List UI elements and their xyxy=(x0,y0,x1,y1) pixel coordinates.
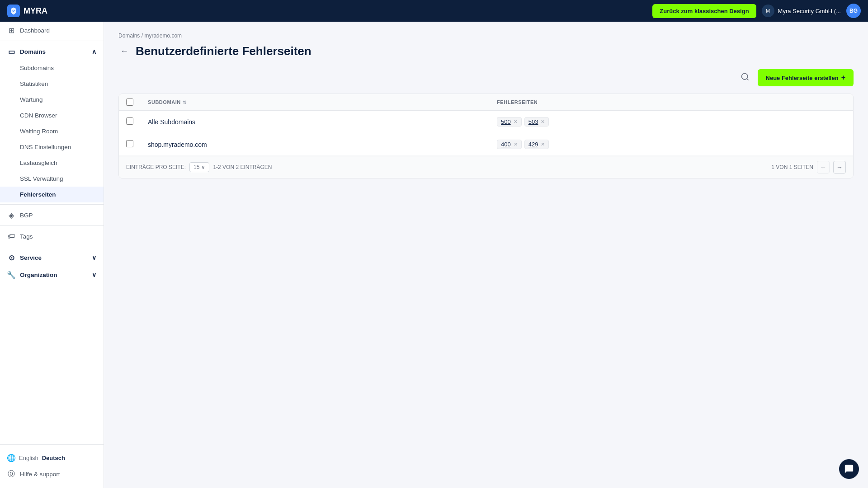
ssl-label: SSL Verwaltung xyxy=(20,175,63,182)
lang-de[interactable]: Deutsch xyxy=(42,455,65,461)
table-fehlerseiten-header: FEHLERSEITEN xyxy=(497,99,846,106)
tag-value[interactable]: 429 xyxy=(528,141,538,148)
table-subdomain-header: SUBDOMAIN ⇅ xyxy=(148,99,497,106)
page-header: ← Benutzerdefinierte Fehlerseiten xyxy=(118,44,854,58)
help-icon: ⓪ xyxy=(7,470,15,478)
sidebar-item-label: Dashboard xyxy=(20,27,50,34)
sidebar-item-subdomains[interactable]: Subdomains xyxy=(0,60,104,76)
sidebar-service-section[interactable]: ⊙ Service ∨ xyxy=(0,249,104,266)
page-size-chevron: ∨ xyxy=(201,164,205,170)
sidebar-item-tags[interactable]: 🏷 Tags xyxy=(0,228,104,245)
tag-close-icon[interactable]: ✕ xyxy=(541,119,545,125)
cdn-browser-label: CDN Browser xyxy=(20,112,57,119)
page-info: 1 VON 1 SEITEN xyxy=(771,164,813,170)
select-all-checkbox[interactable] xyxy=(126,99,133,106)
row2-subdomain-value: shop.myrademo.com xyxy=(148,141,207,148)
sidebar-item-dashboard[interactable]: ⊞ Dashboard xyxy=(0,22,104,39)
layout: ⊞ Dashboard ▭ Domains ∧ Subdomains Stati… xyxy=(0,22,868,488)
pagination: EINTRÄGE PRO SEITE: 15 ∨ 1-2 VON 2 EINTR… xyxy=(119,156,853,178)
row1-tags: 500 ✕ 503 ✕ xyxy=(497,117,846,127)
error-pages-table: SUBDOMAIN ⇅ FEHLERSEITEN Alle Subdomains… xyxy=(118,94,854,178)
sidebar-item-help[interactable]: ⓪ Hilfe & support xyxy=(0,465,104,483)
toolbar: Neue Fehlerseite erstellen + xyxy=(118,69,854,86)
breadcrumb-separator: / xyxy=(142,33,143,39)
domains-left: ▭ Domains xyxy=(7,47,46,56)
chevron-down-icon: ∨ xyxy=(92,254,96,261)
row1-checkbox-cell xyxy=(126,117,148,126)
row2-checkbox[interactable] xyxy=(126,140,133,147)
sidebar-item-wartung[interactable]: Wartung xyxy=(0,92,104,108)
sidebar-item-lastausgleich[interactable]: Lastausgleich xyxy=(0,155,104,171)
tag-close-icon[interactable]: ✕ xyxy=(541,141,545,147)
language-row: 🌐 English Deutsch xyxy=(0,450,104,465)
wartung-label: Wartung xyxy=(20,96,43,103)
user-icon: M xyxy=(762,5,774,17)
breadcrumb-current: myrademo.com xyxy=(144,33,182,39)
page-title: Benutzerdefinierte Fehlerseiten xyxy=(136,44,311,58)
globe-icon: 🌐 xyxy=(7,454,15,462)
organization-label: Organization xyxy=(20,272,57,278)
sidebar-item-cdn-browser[interactable]: CDN Browser xyxy=(0,108,104,123)
sidebar-item-statistiken[interactable]: Statistiken xyxy=(0,76,104,92)
sidebar: ⊞ Dashboard ▭ Domains ∧ Subdomains Stati… xyxy=(0,22,104,488)
sidebar-item-waiting-room[interactable]: Waiting Room xyxy=(0,123,104,139)
tags-icon: 🏷 xyxy=(7,232,15,240)
classic-design-button[interactable]: Zurück zum klassischen Design xyxy=(652,4,756,18)
chevron-up-icon: ∧ xyxy=(92,48,96,55)
lang-en[interactable]: English xyxy=(19,455,38,461)
topbar-right: Zurück zum klassischen Design M Myra Sec… xyxy=(652,4,861,18)
next-page-button[interactable]: → xyxy=(833,161,846,174)
sidebar-divider xyxy=(0,41,104,41)
sidebar-divider-3 xyxy=(0,225,104,226)
logo-icon xyxy=(7,5,20,17)
tag-close-icon[interactable]: ✕ xyxy=(514,119,518,125)
tag-close-icon[interactable]: ✕ xyxy=(514,141,518,147)
service-icon: ⊙ xyxy=(7,253,15,262)
page-size-value: 15 xyxy=(193,164,199,170)
sidebar-domains-section[interactable]: ▭ Domains ∧ xyxy=(0,43,104,60)
tag-value[interactable]: 503 xyxy=(528,118,538,125)
new-btn-label: Neue Fehlerseite erstellen xyxy=(766,75,839,81)
dns-label: DNS Einstellungen xyxy=(20,144,71,150)
user-info: M Myra Security GmbH (... xyxy=(762,5,841,17)
bgp-label: BGP xyxy=(20,212,33,219)
service-label: Service xyxy=(20,254,42,261)
search-button[interactable] xyxy=(738,70,752,86)
back-button[interactable]: ← xyxy=(118,45,130,58)
sidebar-item-bgp[interactable]: ◈ BGP xyxy=(0,206,104,224)
chat-widget[interactable] xyxy=(839,459,859,479)
avatar[interactable]: BG xyxy=(846,4,861,18)
sidebar-item-fehlerseiten[interactable]: Fehlerseiten xyxy=(0,187,104,202)
service-left: ⊙ Service xyxy=(7,253,42,262)
breadcrumb-domains[interactable]: Domains xyxy=(118,33,140,39)
entries-label: EINTRÄGE PRO SEITE: xyxy=(126,164,186,170)
prev-page-button[interactable]: ← xyxy=(817,161,830,174)
sort-icon[interactable]: ⇅ xyxy=(183,100,187,105)
row1-subdomain-value: Alle Subdomains xyxy=(148,118,195,126)
dashboard-icon: ⊞ xyxy=(7,26,15,34)
breadcrumb: Domains / myrademo.com xyxy=(118,33,854,39)
sidebar-item-ssl-verwaltung[interactable]: SSL Verwaltung xyxy=(0,171,104,187)
row1-subdomain: Alle Subdomains xyxy=(148,118,497,126)
tag-value[interactable]: 400 xyxy=(501,141,511,148)
pagination-left: EINTRÄGE PRO SEITE: 15 ∨ 1-2 VON 2 EINTR… xyxy=(126,162,272,172)
chevron-down-icon-2: ∨ xyxy=(92,271,96,278)
fehlerseiten-label: Fehlerseiten xyxy=(20,191,56,198)
table-header: SUBDOMAIN ⇅ FEHLERSEITEN xyxy=(119,94,853,111)
tag-value[interactable]: 500 xyxy=(501,118,511,125)
row1-checkbox[interactable] xyxy=(126,117,133,125)
sidebar-divider-4 xyxy=(0,247,104,247)
sidebar-organization-section[interactable]: 🔧 Organization ∨ xyxy=(0,266,104,283)
table-checkbox-header xyxy=(126,99,148,106)
row2-subdomain: shop.myrademo.com xyxy=(148,141,497,148)
plus-icon: + xyxy=(841,74,845,82)
new-error-page-button[interactable]: Neue Fehlerseite erstellen + xyxy=(758,69,854,86)
sidebar-item-dns-einstellungen[interactable]: DNS Einstellungen xyxy=(0,139,104,155)
subdomains-label: Subdomains xyxy=(20,65,54,71)
page-size-select[interactable]: 15 ∨ xyxy=(189,162,209,172)
svg-point-0 xyxy=(741,73,747,79)
error-tag: 400 ✕ xyxy=(497,140,522,149)
table-row: Alle Subdomains 500 ✕ 503 ✕ xyxy=(119,111,853,133)
bgp-icon: ◈ xyxy=(7,211,15,219)
tags-label: Tags xyxy=(20,233,33,240)
